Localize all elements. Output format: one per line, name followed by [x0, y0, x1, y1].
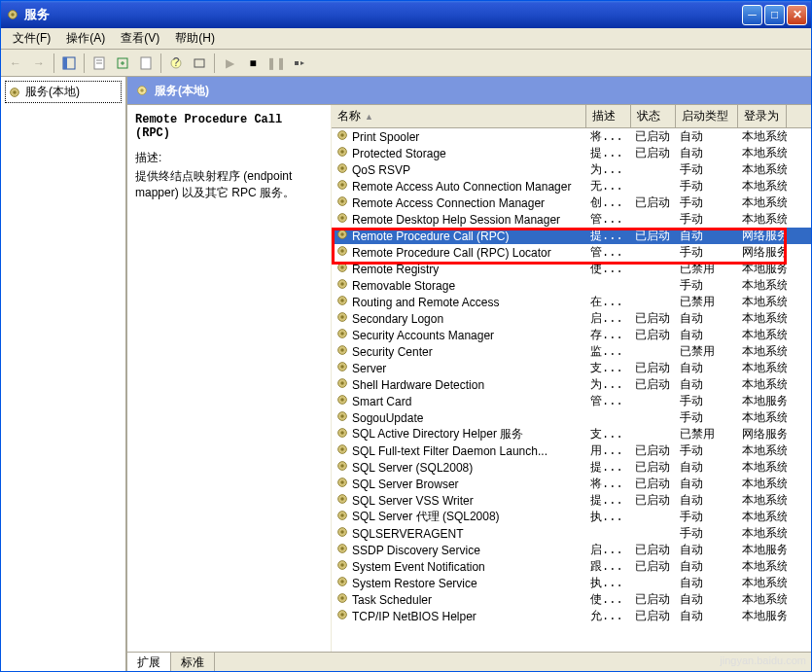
service-logon: 本地服务	[738, 608, 787, 624]
service-row[interactable]: Remote Access Auto Connection Manager无..…	[332, 178, 811, 195]
service-row[interactable]: SQL Server VSS Writer提...已启动自动本地系统	[332, 492, 811, 509]
tree-pane[interactable]: 服务(本地)	[1, 77, 127, 671]
svg-point-69	[340, 547, 344, 550]
service-row[interactable]: System Event Notification跟...已启动自动本地系统	[332, 558, 811, 575]
service-desc: 提...	[586, 228, 631, 244]
detail-header-title: 服务(本地)	[155, 83, 209, 99]
service-startup: 自动	[676, 310, 738, 327]
toolbar-button[interactable]	[189, 53, 210, 74]
gear-icon	[335, 343, 349, 360]
col-startup[interactable]: 启动类型	[676, 105, 738, 127]
gear-icon	[335, 442, 349, 459]
service-row[interactable]: Smart Card管...手动本地服务	[332, 393, 811, 409]
col-desc[interactable]: 描述	[586, 105, 631, 127]
service-startup: 已禁用	[676, 294, 738, 310]
service-row[interactable]: Remote Desktop Help Session Manager管...手…	[332, 211, 811, 228]
service-row[interactable]: SSDP Discovery Service启...已启动自动本地服务	[332, 542, 811, 558]
close-button[interactable]: ✕	[787, 5, 807, 25]
col-logon[interactable]: 登录为	[738, 105, 787, 127]
refresh-button[interactable]	[135, 53, 157, 74]
service-row[interactable]: System Restore Service执...自动本地系统	[332, 575, 811, 591]
service-startup: 手动	[676, 509, 738, 525]
service-name: Security Center	[352, 345, 433, 359]
service-row[interactable]: Shell Hardware Detection为...已启动自动本地系统	[332, 376, 811, 393]
service-name: Remote Access Connection Manager	[352, 196, 545, 210]
service-logon: 本地系统	[738, 195, 787, 211]
service-desc: 使...	[586, 591, 631, 608]
service-row[interactable]: Removable Storage手动本地系统	[332, 277, 811, 294]
stop-service-button[interactable]: ■	[242, 53, 264, 74]
window-title: 服务	[24, 6, 742, 23]
service-logon: 本地系统	[738, 128, 787, 145]
service-logon: 本地系统	[738, 459, 787, 476]
service-status: 已启动	[631, 327, 676, 343]
detail-header: 服务(本地)	[127, 77, 811, 104]
service-name: System Event Notification	[352, 560, 485, 574]
service-row[interactable]: Protected Storage提...已启动自动本地系统	[332, 145, 811, 161]
service-row[interactable]: Secondary Logon启...已启动自动本地系统	[332, 310, 811, 327]
col-name[interactable]: 名称▲	[332, 105, 586, 127]
service-row[interactable]: Remote Access Connection Manager创...已启动手…	[332, 195, 811, 211]
restart-service-button[interactable]	[289, 53, 310, 74]
service-startup: 自动	[676, 591, 738, 608]
svg-point-21	[340, 150, 344, 154]
service-name: Remote Access Auto Connection Manager	[352, 180, 571, 194]
service-row[interactable]: SogouUpdate手动本地系统	[332, 409, 811, 426]
service-startup: 自动	[676, 476, 738, 492]
start-service-button[interactable]: ▶	[219, 53, 240, 74]
service-row[interactable]: Security Accounts Manager存...已启动自动本地系统	[332, 327, 811, 343]
titlebar[interactable]: 服务 ─ □ ✕	[1, 1, 811, 28]
service-logon: 本地服务	[738, 393, 787, 409]
svg-rect-11	[194, 59, 204, 67]
service-desc: 存...	[586, 327, 631, 343]
service-startup: 已禁用	[676, 343, 738, 360]
service-desc: 为...	[586, 376, 631, 393]
service-row[interactable]: SQLSERVERAGENT手动本地系统	[332, 525, 811, 542]
col-status[interactable]: 状态	[631, 105, 676, 127]
service-logon: 本地系统	[738, 211, 787, 228]
gear-icon	[335, 608, 349, 624]
menu-action[interactable]: 操作(A)	[58, 28, 113, 49]
export-button[interactable]	[112, 53, 133, 74]
service-name: Shell Hardware Detection	[352, 378, 484, 392]
back-button: ←	[5, 53, 26, 74]
service-row[interactable]: SQL Active Directory Helper 服务支...已禁用网络服…	[332, 426, 811, 442]
service-rows[interactable]: Print Spooler将...已启动自动本地系统Protected Stor…	[332, 128, 811, 652]
service-row[interactable]: Remote Procedure Call (RPC) Locator管...手…	[332, 244, 811, 261]
maximize-button[interactable]: □	[764, 5, 785, 25]
service-row[interactable]: TCP/IP NetBIOS Helper允...已启动自动本地服务	[332, 608, 811, 624]
service-row[interactable]: Print Spooler将...已启动自动本地系统	[332, 128, 811, 145]
tree-root-label: 服务(本地)	[25, 84, 80, 100]
show-hide-tree-button[interactable]	[58, 53, 80, 74]
minimize-button[interactable]: ─	[742, 5, 762, 25]
service-row[interactable]: Server支...已启动自动本地系统	[332, 360, 811, 376]
service-row[interactable]: Remote Registry使...已禁用本地服务	[332, 261, 811, 277]
help-button[interactable]: ?	[165, 53, 187, 74]
service-startup: 手动	[676, 277, 738, 294]
menu-view[interactable]: 查看(V)	[113, 28, 167, 49]
service-row[interactable]: Security Center监...已禁用本地系统	[332, 343, 811, 360]
service-row[interactable]: SQL Server 代理 (SQL2008)执...手动本地系统	[332, 509, 811, 525]
service-row[interactable]: SQL Server Browser将...已启动自动本地系统	[332, 476, 811, 492]
service-row[interactable]: SQL Server (SQL2008)提...已启动自动本地系统	[332, 459, 811, 476]
menu-help[interactable]: 帮助(H)	[167, 28, 223, 49]
gear-icon	[335, 327, 349, 343]
service-startup: 已禁用	[676, 426, 738, 442]
pause-service-button[interactable]: ❚❚	[265, 53, 287, 74]
service-logon: 本地系统	[738, 509, 787, 525]
properties-button[interactable]	[88, 53, 110, 74]
service-row[interactable]: SQL Full-text Filter Daemon Launch...用..…	[332, 442, 811, 459]
menu-file[interactable]: 文件(F)	[5, 28, 58, 49]
tab-standard[interactable]: 标准	[171, 653, 215, 671]
service-row[interactable]: Task Scheduler使...已启动自动本地系统	[332, 591, 811, 608]
tree-root-item[interactable]: 服务(本地)	[5, 81, 122, 103]
service-row[interactable]: Routing and Remote Access在...已禁用本地系统	[332, 294, 811, 310]
tab-extended[interactable]: 扩展	[127, 653, 171, 671]
service-row[interactable]: Remote Procedure Call (RPC)提...已启动自动网络服务	[332, 228, 811, 244]
service-row[interactable]: QoS RSVP为...手动本地系统	[332, 161, 811, 178]
gear-icon	[335, 393, 349, 409]
svg-point-39	[340, 299, 344, 302]
gear-icon	[335, 409, 349, 426]
service-desc: 执...	[586, 509, 631, 525]
service-name: Security Accounts Manager	[352, 329, 494, 342]
